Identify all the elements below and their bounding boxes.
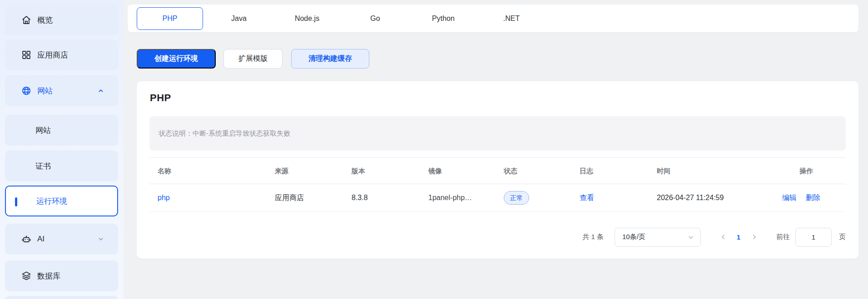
sidebar-item-certificate[interactable]: 证书	[5, 151, 118, 181]
extend-template-button[interactable]: 扩展模版	[223, 49, 283, 69]
table-header-row: 名称 来源 版本 镜像 状态 日志 时间 操作	[149, 157, 846, 184]
page-unit-label: 页	[839, 233, 846, 241]
sidebar-item-label: 网站	[35, 125, 51, 136]
runtime-type-tabs: PHP Java Node.js Go Python .NET	[128, 5, 858, 32]
view-log-link[interactable]: 查看	[580, 193, 594, 203]
layers-icon	[20, 270, 32, 282]
column-header-version: 版本	[352, 167, 365, 175]
app-store-icon	[20, 49, 32, 61]
status-badge: 正常	[504, 191, 529, 205]
page-size-value: 10条/页	[622, 233, 645, 241]
globe-icon	[20, 85, 32, 97]
php-runtime-card: PHP 状态说明：中断-系统重启导致状态获取失败 名称 来源 版本 镜像 状态 …	[137, 81, 858, 259]
column-header-log: 日志	[580, 167, 593, 175]
column-header-time: 时间	[657, 167, 670, 175]
sidebar-item-label: 应用商店	[37, 50, 68, 60]
chevron-down-icon	[687, 234, 694, 241]
status-badge-wrap: 正常	[504, 191, 529, 205]
status-note-box: 状态说明：中断-系统重启导致状态获取失败	[149, 116, 846, 151]
runtime-name-link[interactable]: php	[158, 194, 170, 202]
home-icon	[20, 14, 32, 26]
chevron-down-icon	[97, 235, 105, 243]
sidebar-item-label: 证书	[35, 161, 51, 172]
sidebar-item-app-store[interactable]: 应用商店	[5, 39, 118, 70]
status-note-text: 状态说明：中断-系统重启导致状态获取失败	[159, 129, 290, 138]
sidebar-item-label: 概览	[37, 15, 53, 25]
next-page-icon[interactable]	[750, 233, 758, 241]
runtime-version: 8.3.8	[352, 194, 368, 202]
robot-icon	[20, 233, 32, 245]
table-row: php 应用商店 8.3.8 1panel-php… 正常 查看 2026-04…	[149, 184, 846, 212]
column-header-source: 来源	[275, 167, 288, 175]
runtime-image: 1panel-php…	[428, 194, 472, 202]
page-size-select[interactable]: 10条/页	[615, 228, 701, 247]
tab-python[interactable]: Python	[409, 5, 477, 32]
edit-link[interactable]: 编辑	[782, 193, 797, 203]
pagination-bar: 共 1 条 10条/页 1 前往 页	[582, 227, 846, 247]
sidebar-item-label: AI	[37, 235, 45, 244]
goto-label: 前往	[776, 233, 790, 241]
sidebar-item-website-group[interactable]: 网站	[5, 75, 118, 106]
sidebar-item-ai[interactable]: AI	[5, 224, 118, 255]
card-title: PHP	[150, 92, 171, 104]
sidebar-item-overview[interactable]: 概览	[5, 5, 118, 35]
create-runtime-button[interactable]: 创建运行环境	[137, 49, 216, 69]
sidebar-item-partial[interactable]	[5, 296, 118, 299]
sidebar-item-website[interactable]: 网站	[5, 115, 118, 146]
pager: 1	[719, 233, 758, 241]
prev-page-icon[interactable]	[719, 233, 727, 241]
page-number-current[interactable]: 1	[734, 233, 744, 241]
active-indicator-bar	[15, 197, 17, 206]
sidebar-item-label: 运行环境	[36, 196, 67, 206]
sidebar: 概览 应用商店 网站 网站 证书 运行环境	[0, 0, 124, 299]
sidebar-item-label: 网站	[37, 86, 53, 96]
column-header-status: 状态	[504, 167, 517, 175]
runtime-environment-page: 概览 应用商店 网站 网站 证书 运行环境	[0, 0, 868, 299]
runtime-source: 应用商店	[275, 193, 304, 203]
delete-link[interactable]: 删除	[806, 193, 820, 203]
clean-build-cache-button[interactable]: 清理构建缓存	[291, 49, 369, 69]
goto-page-input[interactable]	[795, 228, 832, 247]
tab-php[interactable]: PHP	[137, 7, 203, 30]
tab-nodejs[interactable]: Node.js	[273, 5, 341, 32]
column-header-image: 镜像	[428, 167, 442, 175]
row-actions: 编辑 删除	[782, 193, 820, 203]
tab-go[interactable]: Go	[341, 5, 409, 32]
chevron-up-icon	[97, 87, 105, 95]
column-header-actions: 操作	[799, 167, 813, 175]
runtime-time: 2026-04-27 11:24:59	[657, 194, 724, 202]
column-header-name: 名称	[158, 167, 171, 175]
sidebar-item-database[interactable]: 数据库	[5, 260, 118, 291]
tab-java[interactable]: Java	[205, 5, 273, 32]
sidebar-item-runtime-active[interactable]: 运行环境	[5, 186, 118, 216]
tab-dotnet[interactable]: .NET	[477, 5, 546, 32]
total-count-label: 共 1 条	[582, 233, 604, 241]
sidebar-item-label: 数据库	[37, 271, 60, 281]
